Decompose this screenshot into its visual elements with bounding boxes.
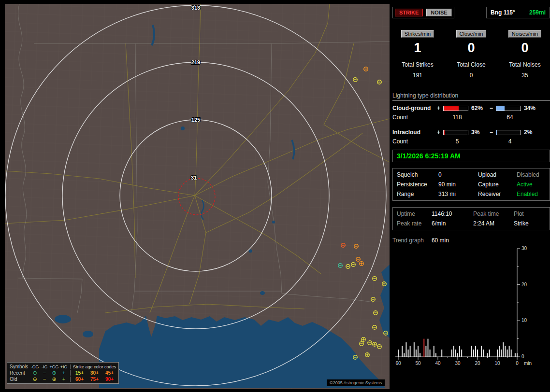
total-noises-label: Total Noises (500, 61, 550, 68)
map-legend: Symbols -CG -IC +CG +IC Strike age color… (7, 362, 119, 384)
trend-bar (414, 342, 415, 357)
range-value: 313 mi (438, 191, 478, 197)
strike-button[interactable]: STRIKE (395, 9, 423, 16)
trend-label: Trend graph (392, 237, 424, 244)
x-tick-label: 30 (455, 361, 461, 366)
distribution-title: Lightning type distribution (392, 92, 550, 99)
count-label: Count (392, 114, 437, 121)
trend-bar (404, 353, 405, 357)
trend-bar (515, 353, 516, 357)
plus-icon: + (59, 370, 69, 376)
circle-plus-icon: ⊕ (49, 376, 59, 382)
x-tick-label: 0 (516, 361, 519, 366)
peakrate-label: Peak rate (397, 220, 432, 227)
circle-minus-icon: ⊖ (30, 370, 40, 376)
range-ring-label: 219 (191, 59, 200, 65)
age-code: 60+ (72, 377, 87, 382)
legend-old-label: Old (9, 377, 30, 382)
age-code: 30+ (87, 370, 102, 376)
positive-cg-bar (443, 106, 468, 111)
age-code: 90+ (102, 377, 117, 382)
age-code: 15+ (72, 370, 87, 376)
receiver-label: Receiver (478, 191, 517, 197)
persistence-label: Persistence (397, 181, 438, 188)
datetime-display: 3/1/2026 6:25:19 AM (392, 150, 550, 162)
minus-icon: − (40, 376, 49, 382)
legend-old-row: Old ⊖ − ⊕ + 60+ 75+ 90+ (9, 376, 117, 382)
legend-col-nic: -IC (40, 364, 49, 369)
trend-bar (499, 346, 500, 357)
receiver-status: Enabled (517, 191, 546, 197)
status-panel: Uptime 1146:10 Peak time Plot Peak rate … (392, 207, 550, 230)
trend-bar (461, 350, 462, 357)
trend-bar (457, 353, 458, 357)
peaktime-label: Peak time (473, 210, 514, 217)
trend-bar (477, 350, 478, 357)
trend-bar (408, 350, 409, 357)
negative-cg-bar (496, 106, 521, 111)
control-panel: STRIKE NOISE Bng 115° 259mi Strikes/min … (392, 0, 550, 392)
squelch-label: Squelch (397, 171, 438, 178)
trend-bar (475, 346, 476, 357)
noise-button[interactable]: NOISE (426, 9, 451, 16)
strikes-per-min-value: 1 (392, 41, 443, 56)
count-label: Count (392, 138, 437, 145)
legend-header-row: Symbols -CG -IC +CG +IC Strike age color… (9, 364, 117, 370)
trend-bar (451, 350, 452, 357)
total-strikes-label: Total Strikes (392, 61, 443, 68)
trend-bar (497, 350, 498, 357)
top-controls: STRIKE NOISE Bng 115° 259mi (392, 7, 550, 18)
signal-toggle-group: STRIKE NOISE (392, 7, 454, 18)
range-ring-label: 313 (191, 5, 200, 11)
map-canvas: 313 219 125 31 (5, 4, 390, 389)
uptime-value: 1146:10 (432, 210, 473, 217)
trend-bar (398, 350, 399, 357)
legend-col-pcg: +CG (49, 364, 59, 369)
capture-status: Active (517, 181, 546, 188)
x-tick-label: 60 (395, 361, 401, 366)
bearing-range-value: 259mi (529, 9, 546, 16)
noises-per-min-value: 0 (500, 41, 550, 56)
strikes-per-min-chip: Strikes/min (401, 30, 434, 38)
persistence-value: 90 min (438, 181, 478, 188)
negative-cg-pct: 34% (524, 105, 540, 112)
trend-bar (434, 346, 434, 357)
distribution-table: Cloud-ground + 62% − 34% Count 118 64 In… (392, 105, 550, 145)
x-tick-label: 50 (415, 361, 421, 366)
settings-panel: Squelch 0 Upload Disabled Persistence 90… (392, 168, 550, 201)
range-ring-label: 125 (191, 117, 200, 123)
copyright: ©2005 Astrogenic Systems (327, 379, 385, 386)
trend-bar (501, 350, 502, 357)
negative-ic-pct: 2% (524, 129, 540, 136)
plus-sign: + (437, 105, 443, 112)
trend-bar (435, 353, 436, 357)
stat-strikes: Strikes/min 1 Total Strikes 191 (392, 29, 443, 79)
minus-sign: − (490, 129, 496, 136)
peakrate-value: 6/min (432, 220, 473, 227)
trend-axes (395, 249, 517, 357)
bearing-label: Bng 115° (491, 9, 515, 16)
noises-per-min-chip: Noises/min (508, 30, 541, 38)
trend-bar (405, 342, 406, 357)
legend-col-pic: +IC (59, 364, 69, 369)
trend-bar (402, 346, 403, 357)
negative-ic-count: 4 (496, 138, 524, 145)
trend-bar (489, 350, 490, 357)
legend-recent-label: Recent (9, 370, 30, 376)
legend-age-title: Strike age color codes (72, 364, 117, 369)
trend-bar (487, 353, 488, 357)
dist-row-name: Intracloud (392, 129, 437, 136)
trend-graph: 60504030201000102030min (392, 245, 550, 373)
legend-symbols-title: Symbols (9, 364, 30, 369)
trend-window-value: 60 min (432, 237, 449, 244)
x-tick-label: 10 (494, 361, 500, 366)
trend-bar (453, 346, 454, 357)
trend-bar (481, 346, 482, 357)
positive-cg-pct: 62% (471, 105, 490, 112)
divider (392, 100, 550, 101)
stat-close: Close/min 0 Total Close 0 (446, 29, 496, 79)
trend-header: Trend graph 60 min (392, 237, 550, 244)
capture-label: Capture (478, 181, 517, 188)
trend-bar (428, 339, 429, 357)
plus-icon: + (59, 376, 69, 382)
